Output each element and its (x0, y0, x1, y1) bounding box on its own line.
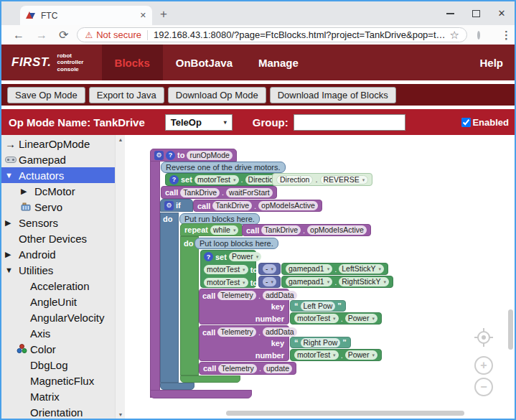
flavor-select[interactable]: TeleOp ▾ (165, 114, 233, 131)
tab-blocks[interactable]: Blocks (102, 45, 163, 80)
maximize-button[interactable] (463, 1, 489, 25)
motor-power-value-block[interactable]: motorTest . Power (290, 312, 382, 325)
repeat-mode-dropdown[interactable]: while (210, 225, 238, 235)
repeat-block-spine[interactable] (180, 236, 199, 375)
sidebar-item-linearopmode[interactable]: →LinearOpMode (1, 136, 115, 151)
zoom-to-fit-button[interactable] (474, 327, 494, 350)
sidebar-item-dbglog[interactable]: DbgLog (1, 357, 115, 373)
gear-icon[interactable]: ⚙ (154, 151, 164, 160)
runopmode-block-spine[interactable] (150, 161, 160, 398)
motor-variable-dropdown[interactable]: motorTest (204, 265, 248, 274)
repeat-while-block[interactable]: repeat while (180, 223, 243, 236)
text-rightpow-block[interactable]: “ Right Pow ” (290, 337, 351, 348)
sidebar-item-other-devices[interactable]: Other Devices (1, 230, 115, 246)
telemetry-adddata-block[interactable]: call Telemetry . addData key number (199, 325, 289, 361)
motor-variable-dropdown[interactable]: motorTest (294, 350, 339, 360)
zoom-in-button[interactable]: + (474, 356, 493, 375)
scroll-up-icon[interactable]: ▲ (116, 137, 126, 142)
tab-manage[interactable]: Manage (245, 45, 311, 80)
download-image-button[interactable]: Download Image of Blocks (270, 87, 396, 103)
motor-variable-dropdown[interactable]: motorTest (294, 314, 339, 323)
tab-onbotjava[interactable]: OnBotJava (163, 45, 245, 80)
help-icon[interactable]: ? (169, 175, 179, 185)
workspace-vscrollbar[interactable] (508, 309, 513, 350)
set-power-block[interactable]: ? set Power motorTest to motorTest to (200, 250, 256, 288)
new-tab-button[interactable]: + (160, 7, 167, 22)
enabled-checkbox[interactable] (461, 118, 471, 127)
enum-value-dropdown[interactable]: REVERSE (320, 175, 369, 185)
help-icon[interactable]: ? (204, 252, 213, 261)
gamepad-variable-dropdown[interactable]: gamepad1 (286, 264, 332, 274)
sidebar-item-utilities[interactable]: ▼Utilities (1, 262, 115, 278)
minimize-button[interactable] (437, 1, 463, 25)
sidebar-item-dcmotor[interactable]: ▶DcMotor (1, 183, 115, 199)
sidebar-item-angularvelocity[interactable]: AngularVelocity (1, 309, 115, 325)
sidebar-item-gamepad[interactable]: Gamepad (1, 151, 115, 167)
not-secure-warning-icon[interactable]: ⚠ (85, 30, 93, 40)
comment-block-loop[interactable]: Put loop blocks here. (194, 238, 278, 249)
motor-variable-dropdown[interactable]: motorTest (194, 175, 239, 185)
sidebar-item-orientation[interactable]: Orientation (1, 404, 115, 420)
blockly-workspace[interactable]: ⚙ ? to runOpMode Reverse one of the driv… (125, 135, 515, 419)
negate-block[interactable]: - (258, 276, 281, 288)
power-property-dropdown[interactable]: Power (229, 252, 261, 261)
call-waitforstart-block[interactable]: call TankDrive . waitForStart (161, 186, 277, 199)
browser-menu-icon[interactable]: ⋮ (501, 29, 512, 42)
text-field[interactable]: Left Pow (301, 302, 336, 311)
negate-block[interactable]: - (258, 263, 281, 275)
sidebar-item-acceleration[interactable]: Acceleration (1, 278, 115, 294)
power-property-dropdown[interactable]: Power (345, 314, 377, 323)
stick-property-dropdown[interactable]: LeftStickY (339, 264, 384, 274)
procedure-name-field[interactable]: runOpMode (187, 151, 232, 160)
motor-power-value-block[interactable]: motorTest . Power (290, 349, 382, 361)
if-block[interactable]: ⚙ if (160, 199, 193, 212)
reload-icon[interactable]: ⟳ (59, 28, 68, 42)
sidebar-item-actuators[interactable]: ▼Actuators (1, 167, 115, 183)
telemetry-update-block[interactable]: call Telemetry . update (199, 362, 296, 375)
gamepad-leftsticky-block[interactable]: gamepad1 . LeftStickY (281, 263, 388, 275)
sidebar-item-android[interactable]: ▶Android (1, 246, 115, 262)
save-opmode-button[interactable]: Save Op Mode (7, 87, 85, 103)
direction-enum-block[interactable]: Direction . REVERSE (272, 173, 372, 186)
address-bar[interactable]: ⚠ Not secure 192.168.43.1:8080/?page=Ftc… (77, 27, 467, 42)
runopmode-block[interactable]: ⚙ ? to runOpMode (150, 149, 237, 162)
negate-operator-dropdown[interactable]: - (263, 264, 276, 274)
scroll-down-icon[interactable]: ▼ (116, 412, 126, 417)
negate-operator-dropdown[interactable]: - (263, 277, 276, 286)
telemetry-adddata-block[interactable]: call Telemetry . addData key number (199, 289, 289, 325)
forward-icon[interactable]: → (36, 29, 47, 42)
group-input[interactable] (294, 114, 405, 131)
close-button[interactable]: ✕ (489, 1, 515, 25)
gamepad-rightsticky-block[interactable]: gamepad1 . RightStickY (281, 276, 393, 288)
call-opmodeisactive-block[interactable]: call TankDrive . opModeIsActive (193, 200, 322, 212)
extension-ring-icon[interactable] (477, 31, 480, 39)
motor-variable-dropdown[interactable]: motorTest (204, 278, 248, 287)
help-icon[interactable]: ? (166, 151, 175, 160)
export-to-java-button[interactable]: Export to Java (89, 87, 164, 103)
zoom-out-button[interactable]: − (474, 378, 493, 396)
tab-close-icon[interactable]: ✕ (140, 11, 146, 20)
text-leftpow-block[interactable]: “ Left Pow ” (290, 300, 346, 312)
download-opmode-button[interactable]: Download Op Mode (168, 87, 266, 103)
sidebar-item-color[interactable]: Color (1, 341, 115, 357)
sidebar-item-magneticflux[interactable]: MagneticFlux (1, 373, 115, 388)
sidebar-item-matrix[interactable]: Matrix (1, 388, 115, 404)
workspace-hscrollbar[interactable] (226, 411, 464, 416)
gear-icon[interactable]: ⚙ (164, 201, 174, 210)
browser-tab[interactable]: FTC ✕ (20, 6, 152, 25)
gamepad-variable-dropdown[interactable]: gamepad1 (286, 277, 332, 286)
back-icon[interactable]: ← (13, 29, 24, 42)
not-secure-label[interactable]: Not secure (96, 29, 141, 40)
sidebar-item-servo[interactable]: Servo (1, 199, 115, 215)
repeat-block-bottom[interactable] (180, 375, 240, 383)
stick-property-dropdown[interactable]: RightStickY (339, 277, 389, 286)
sidebar-item-angleunit[interactable]: AngleUnit (1, 294, 115, 309)
url-text[interactable]: 192.168.43.1:8080/?page=FtcBlocks.html?p… (154, 29, 446, 40)
bookmark-star-icon[interactable]: ☆ (450, 29, 459, 42)
help-link[interactable]: Help (479, 45, 515, 80)
call-opmodeisactive-block[interactable]: call TankDrive . opModeIsActive (242, 224, 371, 236)
power-property-dropdown[interactable]: Power (345, 350, 377, 360)
if-block-spine[interactable] (160, 213, 179, 383)
sidebar-item-sensors[interactable]: ▶Sensors (1, 215, 115, 230)
toolbox-scrollbar[interactable]: ▲ ▼ (115, 135, 125, 419)
